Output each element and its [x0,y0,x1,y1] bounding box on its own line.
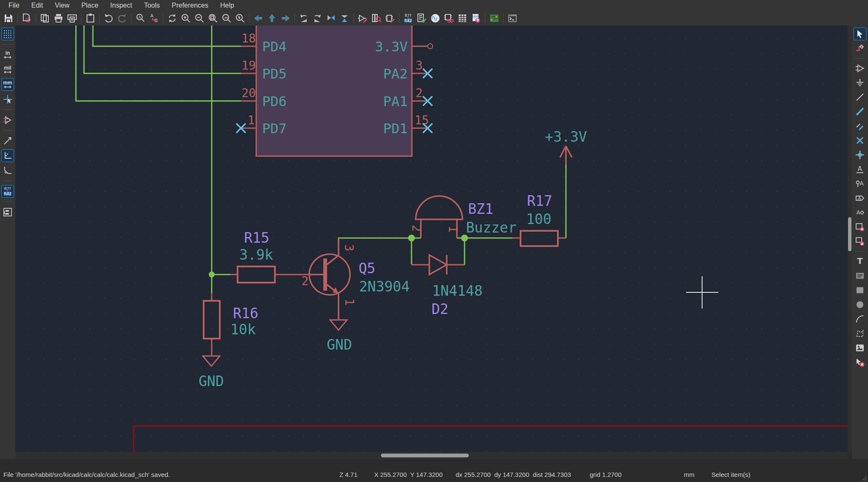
delete-tool-button[interactable] [854,356,866,369]
vertical-scrollbar-thumb[interactable] [848,217,851,251]
menu-view[interactable]: View [50,1,74,10]
transistor-q5[interactable]: 3 2 1 Q5 2N3904 [302,238,410,320]
page-settings-button[interactable] [38,12,52,25]
refresh-button[interactable] [165,12,179,25]
hv-wires-button[interactable] [1,149,14,162]
zoom-fit-button[interactable] [206,12,220,25]
add-circle-button[interactable] [854,298,866,311]
symbol-fields-table-button[interactable] [456,12,469,25]
diode-d2[interactable]: 1N4148 D2 [412,255,483,317]
add-power-button[interactable] [854,76,866,89]
find-replace-button[interactable]: AB [147,12,161,25]
simulator-button[interactable] [428,12,442,25]
add-symbol-button[interactable] [854,62,866,75]
add-sheet-button[interactable] [854,221,866,233]
add-rectangle-icon [855,286,865,295]
resistor-r15[interactable]: R15 3.9k [230,230,309,283]
nav-forward-button[interactable] [279,12,292,25]
horizontal-scrollbar[interactable] [15,452,848,459]
svg-text:PA2: PA2 [383,66,408,82]
svg-text:1: 1 [248,113,255,127]
menu-preferences[interactable]: Preferences [167,1,213,10]
highlight-net-button[interactable] [854,42,866,55]
gnd-symbol-r16[interactable]: GND [199,356,224,390]
mirror-horizontal-button[interactable] [338,12,351,25]
cursor-shape-button[interactable] [1,93,14,106]
add-junction-button[interactable] [854,149,866,161]
assign-footprints-button[interactable] [442,12,456,25]
add-net-label-button[interactable]: A [854,163,866,176]
add-text-button[interactable]: T [854,255,866,268]
free-angle-wires-button[interactable] [1,135,14,147]
undo-button[interactable] [102,12,115,25]
symbol-library-browser-button[interactable] [370,12,383,25]
paste-button[interactable] [84,12,97,25]
buzzer-bz1[interactable]: 2 1 BZ1 Buzzer [409,196,517,238]
units-inches-button[interactable]: in [1,48,14,61]
add-rectangle-button[interactable] [854,284,866,297]
nav-back-button[interactable] [252,12,265,25]
scripting-console-button[interactable] [506,12,519,25]
rotate-ccw-button[interactable] [297,12,311,25]
zoom-out-button[interactable] [193,12,206,25]
units-mils-button[interactable]: mil [1,63,14,76]
footprint-editor-button[interactable] [383,12,397,25]
annotate-auto-button[interactable]: R??R42 [1,185,14,198]
resistor-r16[interactable]: R16 10k [204,293,258,356]
menu-tools[interactable]: Tools [139,1,165,10]
add-netclass-directive-button[interactable]: A [854,177,866,190]
zoom-objects-button[interactable] [220,12,233,25]
pcb-editor-icon [489,13,499,23]
redo-button[interactable] [115,12,129,25]
vertical-scrollbar[interactable] [848,25,852,452]
select-tool-button[interactable] [854,28,866,40]
mirror-vertical-button[interactable] [324,12,338,25]
add-polygon-button[interactable] [854,327,866,340]
add-wire-button[interactable] [854,91,866,104]
resistor-r17[interactable]: R17 100 [512,193,566,246]
zoom-selection-button[interactable] [233,12,247,25]
schematic-canvas[interactable]: 18 19 20 1 3 2 15 PD4 PD5 PD6 PD7 3.3V P… [15,25,848,452]
erc-button[interactable] [415,12,428,25]
import-sheet-pin-button[interactable] [854,235,866,248]
menu-inspect[interactable]: Inspect [105,1,137,10]
resize-grip[interactable] [860,474,867,481]
power-symbol-3v3[interactable]: +3.3V [545,129,587,165]
angle45-wires-button[interactable] [1,164,14,177]
gnd-symbol-q5[interactable]: GND [327,320,352,353]
units-mm-button[interactable]: mm [1,78,14,91]
ic-symbol[interactable]: 18 19 20 1 3 2 15 PD4 PD5 PD6 PD7 3.3V P… [241,25,433,156]
symbol-editor-button[interactable] [356,12,370,25]
add-textbox-button[interactable] [854,269,866,282]
annotate-button[interactable]: R??R42 [401,12,415,25]
bom-button[interactable]: bom [469,12,483,25]
hidden-pins-button[interactable] [1,114,14,126]
horizontal-scrollbar-thumb[interactable] [381,454,469,457]
print-button[interactable] [52,12,65,25]
find-button[interactable]: A [134,12,147,25]
schematic-setup-button[interactable] [20,12,34,25]
grid-visibility-button[interactable] [1,28,14,40]
add-no-connect-button[interactable] [854,134,866,147]
menu-help[interactable]: Help [215,1,239,10]
add-bus-button[interactable] [854,105,866,118]
symbol-editor-icon [358,13,368,23]
pcb-editor-button[interactable] [487,12,501,25]
add-global-label-button[interactable]: A [854,192,866,205]
menu-place[interactable]: Place [76,1,104,10]
add-image-button[interactable] [854,342,866,354]
hierarchy-navigator-button[interactable] [1,206,14,219]
save-button[interactable] [2,12,15,25]
svg-text:18: 18 [241,31,256,45]
add-arc-button[interactable] [854,313,866,325]
zoom-in-button[interactable] [179,12,193,25]
nav-up-button[interactable] [265,12,279,25]
crosshair-cursor-icon [3,95,12,104]
add-hierarchical-label-button[interactable]: A [854,206,866,219]
add-bus-entry-button[interactable] [854,120,866,132]
plot-button[interactable] [65,12,79,25]
menu-edit[interactable]: Edit [26,1,48,10]
rotate-cw-button[interactable] [311,12,324,25]
left-toolbar: in mil mm R??R42 [0,25,15,459]
menu-file[interactable]: File [3,1,25,10]
